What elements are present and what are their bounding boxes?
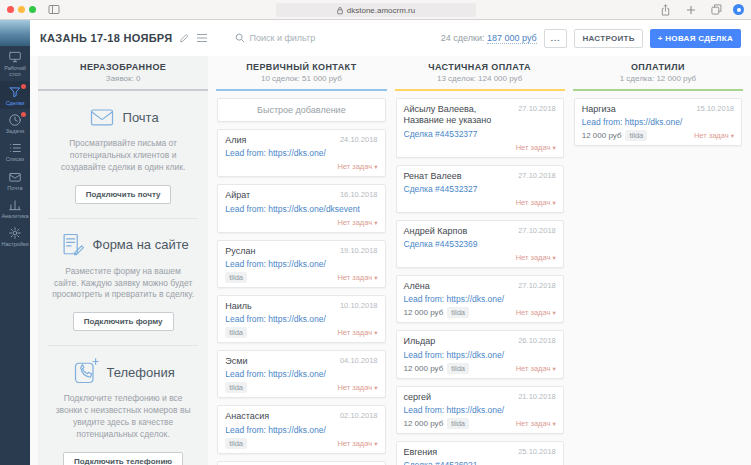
deal-task[interactable]: Нет задач ▾ — [337, 162, 377, 171]
deal-link[interactable]: Сделка #44532369 — [404, 239, 556, 249]
deal-task[interactable]: Нет задач ▾ — [337, 439, 377, 448]
deal-task[interactable]: Нет задач ▾ — [337, 218, 377, 227]
deal-card[interactable]: Ренат Валеев 27.10.2018 Сделка #44532327… — [396, 165, 564, 213]
deal-task[interactable]: Нет задач ▾ — [516, 419, 556, 428]
column-partial: ЧАСТИЧНАЯ ОПЛАТА 13 сделок: 124 000 руб … — [395, 56, 565, 465]
sidebar-item-desktop[interactable]: Рабочий стол — [0, 46, 30, 81]
deal-name: сергей — [404, 392, 432, 403]
sidebar-item-deals[interactable]: Сделки — [0, 81, 30, 109]
deal-link[interactable]: Lead from: https://dks.one/ — [582, 117, 734, 127]
deal-card[interactable]: Руслан 19.10.2018 Lead from: https://dks… — [217, 240, 385, 288]
phone-channel-icon — [72, 358, 100, 386]
column-stats: 1 сделка: 12 000 руб — [575, 74, 741, 83]
deal-link[interactable]: Lead from: https://dks.one/dksevent — [225, 204, 377, 214]
deal-name: Андрей Карпов — [404, 226, 468, 237]
deal-link[interactable]: Lead from: https://dks.one/ — [225, 369, 377, 379]
deal-link[interactable]: Lead from: https://dks.one/ — [225, 259, 377, 269]
deal-task[interactable]: Нет задач ▾ — [694, 131, 734, 140]
deal-card[interactable]: Наргиза 15.10.2018 Lead from: https://dk… — [574, 98, 742, 146]
caret-down-icon: ▾ — [374, 384, 377, 391]
sidebar-item-analytics[interactable]: Аналитика — [0, 194, 30, 222]
column-unsorted: НЕРАЗОБРАННОЕ Заявок: 0 Почта Просматрив… — [38, 56, 208, 465]
search-input[interactable] — [249, 33, 359, 43]
edit-pencil-icon[interactable] — [179, 33, 189, 43]
connect-mail-button[interactable]: Подключить почту — [75, 185, 172, 204]
deal-name: Эсми — [225, 356, 247, 367]
deal-price: 12 000 руб — [582, 131, 622, 140]
deal-card[interactable]: Алия 24.10.2018 Lead from: https://dks.o… — [217, 129, 385, 177]
deal-link[interactable]: Lead from: https://dks.one/ — [404, 294, 556, 304]
deal-card[interactable]: Евгения 25.10.2018 Сделка #44526021 12 0… — [396, 441, 564, 465]
deal-task[interactable]: Нет задач ▾ — [516, 364, 556, 373]
mail-channel-icon — [88, 103, 116, 131]
deal-card[interactable]: Айсылу Валеева, Название не указано 27.1… — [396, 98, 564, 158]
tabs-overview-icon[interactable] — [711, 4, 722, 15]
caret-down-icon: ▾ — [552, 309, 555, 316]
deal-link[interactable]: Lead from: https://dks.one/ — [404, 405, 556, 415]
deal-task[interactable]: Нет задач ▾ — [337, 328, 377, 337]
kanban-board: НЕРАЗОБРАННОЕ Заявок: 0 Почта Просматрив… — [30, 56, 751, 465]
new-tab-icon[interactable] — [686, 5, 696, 15]
deal-card[interactable]: Анастасия 02.10.2018 Lead from: https://… — [217, 405, 385, 453]
deal-card[interactable]: Эсми 04.10.2018 Lead from: https://dks.o… — [217, 350, 385, 398]
deal-card[interactable]: Айрат 16.10.2018 Lead from: https://dks.… — [217, 184, 385, 232]
quick-add-card[interactable]: Быстрое добавление — [217, 98, 385, 122]
minimize-window-button[interactable] — [18, 6, 25, 13]
connect-phone-button[interactable]: Подключить телефонию — [63, 452, 183, 465]
configure-button[interactable]: НАСТРОИТЬ — [574, 29, 642, 48]
deal-tag: tilda — [225, 327, 247, 338]
deal-date: 15.10.2018 — [696, 104, 734, 113]
sidebar-item-settings[interactable]: Настройки — [0, 222, 30, 250]
onboarding-text: Подключите телефонию и все звонки с неиз… — [52, 393, 194, 441]
new-deal-button[interactable]: + НОВАЯ СДЕЛКА — [650, 29, 741, 48]
onboarding-phone: Телефония Подключите телефонию и все зво… — [48, 346, 198, 465]
zoom-window-button[interactable] — [29, 6, 36, 13]
column-stats: Заявок: 0 — [40, 74, 206, 83]
caret-down-icon: ▾ — [374, 274, 377, 281]
deal-card[interactable]: Андрей Карпов 27.10.2018 Сделка #4453236… — [396, 220, 564, 268]
deal-link[interactable]: Сделка #44526021 — [404, 460, 556, 465]
deal-card[interactable]: сергей 21.10.2018 Lead from: https://dks… — [396, 386, 564, 434]
caret-down-icon: ▾ — [731, 132, 734, 139]
topbar: КАЗАНЬ 17-18 НОЯБРЯ 24 сделки: 187 000 р… — [30, 20, 751, 56]
deal-task[interactable]: Нет задач ▾ — [516, 253, 556, 262]
tasks-icon — [8, 113, 22, 127]
sidebar-item-tasks[interactable]: Задачи — [0, 109, 30, 137]
account-photo[interactable] — [0, 20, 30, 46]
deals-amount[interactable]: 187 000 руб — [487, 33, 537, 44]
deal-task[interactable]: Нет задач ▾ — [337, 383, 377, 392]
deal-link[interactable]: Lead from: https://dks.one/ — [404, 350, 556, 360]
sidebar-toggle-icon[interactable] — [48, 4, 60, 15]
more-options-button[interactable]: ... — [544, 29, 568, 48]
deal-link[interactable]: Lead from: https://dks.one/ — [225, 148, 377, 158]
column-title: ПЕРВИЧНЫЙ КОНТАКТ — [218, 62, 384, 72]
address-bar[interactable]: dkstone.amocrm.ru — [276, 3, 476, 17]
close-window-button[interactable] — [7, 6, 14, 13]
browser-profile-icon[interactable] — [733, 4, 744, 15]
deal-card[interactable]: Лейсан 01.10.2018 Lead from: https://dks… — [217, 461, 385, 465]
deal-task[interactable]: Нет задач ▾ — [516, 308, 556, 317]
deal-tag: tilda — [447, 418, 469, 429]
column-primary: ПЕРВИЧНЫЙ КОНТАКТ 10 сделок: 51 000 руб … — [216, 56, 386, 465]
deal-task[interactable]: Нет задач ▾ — [337, 273, 377, 282]
deal-card[interactable]: Алёна 27.10.2018 Lead from: https://dks.… — [396, 275, 564, 323]
sidebar-item-mail[interactable]: Почта — [0, 166, 30, 194]
onboarding-mail: Почта Просматривайте письма от потенциал… — [48, 91, 198, 219]
deal-link[interactable]: Сделка #44532327 — [404, 184, 556, 194]
deal-card[interactable]: Ильдар 26.10.2018 Lead from: https://dks… — [396, 330, 564, 378]
deal-link[interactable]: Lead from: https://dks.one/ — [225, 425, 377, 435]
column-stats: 10 сделок: 51 000 руб — [218, 74, 384, 83]
list-view-toggle-icon[interactable] — [196, 33, 208, 43]
sidebar-item-label: Почта — [7, 185, 22, 191]
sidebar-item-label: Настройки — [2, 241, 29, 247]
deal-link[interactable]: Lead from: https://dks.one/ — [225, 314, 377, 324]
caret-down-icon: ▾ — [552, 254, 555, 261]
share-icon[interactable] — [660, 4, 671, 16]
sidebar-item-lists[interactable]: Списки — [0, 137, 30, 165]
deal-task[interactable]: Нет задач ▾ — [516, 198, 556, 207]
deal-link[interactable]: Сделка #44532377 — [404, 129, 556, 139]
deal-card[interactable]: Наиль 10.10.2018 Lead from: https://dks.… — [217, 295, 385, 343]
deal-task[interactable]: Нет задач ▾ — [516, 143, 556, 152]
deal-date: 27.10.2018 — [518, 281, 556, 290]
connect-form-button[interactable]: Подключить форму — [73, 312, 174, 331]
